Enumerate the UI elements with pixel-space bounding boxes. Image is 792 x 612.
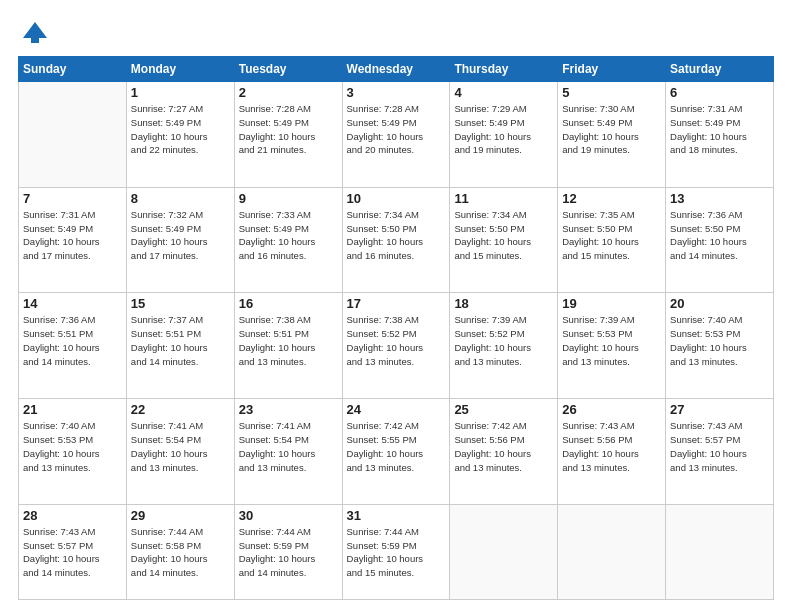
logo-icon [21,18,49,46]
day-number: 27 [670,402,769,417]
day-info: Sunrise: 7:40 AM Sunset: 5:53 PM Dayligh… [670,313,769,368]
day-number: 7 [23,191,122,206]
day-number: 20 [670,296,769,311]
calendar-cell: 19Sunrise: 7:39 AM Sunset: 5:53 PM Dayli… [558,293,666,399]
calendar-week-5: 28Sunrise: 7:43 AM Sunset: 5:57 PM Dayli… [19,504,774,599]
calendar-cell: 25Sunrise: 7:42 AM Sunset: 5:56 PM Dayli… [450,399,558,505]
calendar-cell: 24Sunrise: 7:42 AM Sunset: 5:55 PM Dayli… [342,399,450,505]
day-info: Sunrise: 7:30 AM Sunset: 5:49 PM Dayligh… [562,102,661,157]
calendar-cell: 4Sunrise: 7:29 AM Sunset: 5:49 PM Daylig… [450,82,558,188]
calendar-cell: 29Sunrise: 7:44 AM Sunset: 5:58 PM Dayli… [126,504,234,599]
day-info: Sunrise: 7:31 AM Sunset: 5:49 PM Dayligh… [670,102,769,157]
calendar-header-friday: Friday [558,57,666,82]
header [18,18,774,46]
day-info: Sunrise: 7:36 AM Sunset: 5:50 PM Dayligh… [670,208,769,263]
day-number: 18 [454,296,553,311]
day-number: 17 [347,296,446,311]
day-number: 24 [347,402,446,417]
calendar-header-monday: Monday [126,57,234,82]
day-info: Sunrise: 7:42 AM Sunset: 5:55 PM Dayligh… [347,419,446,474]
calendar-cell: 14Sunrise: 7:36 AM Sunset: 5:51 PM Dayli… [19,293,127,399]
day-info: Sunrise: 7:44 AM Sunset: 5:58 PM Dayligh… [131,525,230,580]
calendar-cell: 5Sunrise: 7:30 AM Sunset: 5:49 PM Daylig… [558,82,666,188]
day-info: Sunrise: 7:43 AM Sunset: 5:57 PM Dayligh… [670,419,769,474]
day-number: 1 [131,85,230,100]
calendar-cell: 17Sunrise: 7:38 AM Sunset: 5:52 PM Dayli… [342,293,450,399]
day-info: Sunrise: 7:28 AM Sunset: 5:49 PM Dayligh… [347,102,446,157]
day-number: 28 [23,508,122,523]
calendar-cell: 16Sunrise: 7:38 AM Sunset: 5:51 PM Dayli… [234,293,342,399]
svg-rect-1 [31,38,39,43]
day-number: 23 [239,402,338,417]
calendar-cell [19,82,127,188]
day-info: Sunrise: 7:34 AM Sunset: 5:50 PM Dayligh… [454,208,553,263]
day-info: Sunrise: 7:38 AM Sunset: 5:51 PM Dayligh… [239,313,338,368]
day-number: 10 [347,191,446,206]
day-info: Sunrise: 7:28 AM Sunset: 5:49 PM Dayligh… [239,102,338,157]
calendar-header-saturday: Saturday [666,57,774,82]
day-info: Sunrise: 7:43 AM Sunset: 5:57 PM Dayligh… [23,525,122,580]
day-number: 3 [347,85,446,100]
day-info: Sunrise: 7:32 AM Sunset: 5:49 PM Dayligh… [131,208,230,263]
day-info: Sunrise: 7:44 AM Sunset: 5:59 PM Dayligh… [347,525,446,580]
day-number: 29 [131,508,230,523]
calendar-cell: 22Sunrise: 7:41 AM Sunset: 5:54 PM Dayli… [126,399,234,505]
day-number: 8 [131,191,230,206]
day-info: Sunrise: 7:37 AM Sunset: 5:51 PM Dayligh… [131,313,230,368]
calendar-header-tuesday: Tuesday [234,57,342,82]
day-info: Sunrise: 7:39 AM Sunset: 5:52 PM Dayligh… [454,313,553,368]
page: SundayMondayTuesdayWednesdayThursdayFrid… [0,0,792,612]
calendar-header-sunday: Sunday [19,57,127,82]
day-number: 11 [454,191,553,206]
calendar-cell: 2Sunrise: 7:28 AM Sunset: 5:49 PM Daylig… [234,82,342,188]
svg-marker-0 [23,22,47,38]
day-number: 19 [562,296,661,311]
day-number: 12 [562,191,661,206]
day-number: 14 [23,296,122,311]
calendar-cell: 1Sunrise: 7:27 AM Sunset: 5:49 PM Daylig… [126,82,234,188]
calendar-cell: 11Sunrise: 7:34 AM Sunset: 5:50 PM Dayli… [450,187,558,293]
day-info: Sunrise: 7:33 AM Sunset: 5:49 PM Dayligh… [239,208,338,263]
day-number: 13 [670,191,769,206]
calendar-cell: 13Sunrise: 7:36 AM Sunset: 5:50 PM Dayli… [666,187,774,293]
day-number: 16 [239,296,338,311]
day-number: 5 [562,85,661,100]
day-info: Sunrise: 7:43 AM Sunset: 5:56 PM Dayligh… [562,419,661,474]
calendar-cell [450,504,558,599]
calendar-header-wednesday: Wednesday [342,57,450,82]
day-info: Sunrise: 7:42 AM Sunset: 5:56 PM Dayligh… [454,419,553,474]
calendar-week-4: 21Sunrise: 7:40 AM Sunset: 5:53 PM Dayli… [19,399,774,505]
calendar-header-row: SundayMondayTuesdayWednesdayThursdayFrid… [19,57,774,82]
calendar-cell: 20Sunrise: 7:40 AM Sunset: 5:53 PM Dayli… [666,293,774,399]
calendar-cell: 12Sunrise: 7:35 AM Sunset: 5:50 PM Dayli… [558,187,666,293]
calendar-table: SundayMondayTuesdayWednesdayThursdayFrid… [18,56,774,600]
calendar-cell: 26Sunrise: 7:43 AM Sunset: 5:56 PM Dayli… [558,399,666,505]
calendar-cell: 27Sunrise: 7:43 AM Sunset: 5:57 PM Dayli… [666,399,774,505]
day-number: 4 [454,85,553,100]
day-number: 9 [239,191,338,206]
day-info: Sunrise: 7:41 AM Sunset: 5:54 PM Dayligh… [131,419,230,474]
day-number: 31 [347,508,446,523]
day-info: Sunrise: 7:41 AM Sunset: 5:54 PM Dayligh… [239,419,338,474]
day-info: Sunrise: 7:29 AM Sunset: 5:49 PM Dayligh… [454,102,553,157]
calendar-week-2: 7Sunrise: 7:31 AM Sunset: 5:49 PM Daylig… [19,187,774,293]
calendar-cell: 6Sunrise: 7:31 AM Sunset: 5:49 PM Daylig… [666,82,774,188]
calendar-cell: 31Sunrise: 7:44 AM Sunset: 5:59 PM Dayli… [342,504,450,599]
calendar-cell: 18Sunrise: 7:39 AM Sunset: 5:52 PM Dayli… [450,293,558,399]
day-number: 25 [454,402,553,417]
day-number: 15 [131,296,230,311]
calendar-week-1: 1Sunrise: 7:27 AM Sunset: 5:49 PM Daylig… [19,82,774,188]
calendar-cell: 3Sunrise: 7:28 AM Sunset: 5:49 PM Daylig… [342,82,450,188]
calendar-cell [558,504,666,599]
calendar-cell: 8Sunrise: 7:32 AM Sunset: 5:49 PM Daylig… [126,187,234,293]
day-number: 2 [239,85,338,100]
day-number: 21 [23,402,122,417]
day-info: Sunrise: 7:31 AM Sunset: 5:49 PM Dayligh… [23,208,122,263]
day-info: Sunrise: 7:44 AM Sunset: 5:59 PM Dayligh… [239,525,338,580]
calendar-cell: 28Sunrise: 7:43 AM Sunset: 5:57 PM Dayli… [19,504,127,599]
day-number: 6 [670,85,769,100]
day-info: Sunrise: 7:39 AM Sunset: 5:53 PM Dayligh… [562,313,661,368]
calendar-header-thursday: Thursday [450,57,558,82]
day-number: 26 [562,402,661,417]
day-info: Sunrise: 7:35 AM Sunset: 5:50 PM Dayligh… [562,208,661,263]
